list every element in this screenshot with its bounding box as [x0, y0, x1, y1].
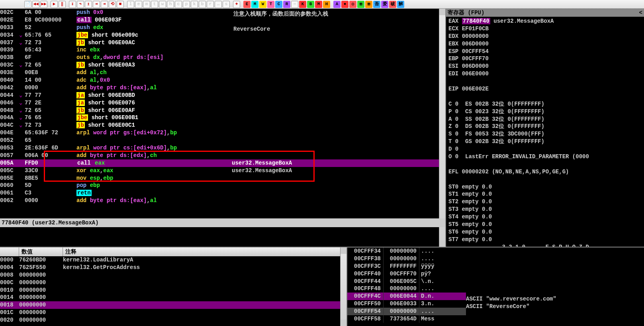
b[interactable]: b: [199, 1, 206, 8]
s[interactable]: s: [223, 1, 230, 8]
step-to-icon[interactable]: ⇥: [93, 1, 100, 8]
dump-panel[interactable]: 数值 注释 000076260BD0kernel32.LoadLibraryA0…: [0, 247, 346, 326]
wu[interactable]: 吾: [373, 1, 380, 8]
scroll-up-icon[interactable]: ▲: [341, 247, 346, 254]
r-purple[interactable]: R: [283, 1, 290, 8]
ellipsis[interactable]: ⋯: [291, 1, 298, 8]
disasm-row[interactable]: 0048⌄72 65jb short 006E00AF: [0, 107, 445, 114]
w[interactable]: w: [159, 1, 166, 8]
pause-icon[interactable]: ‖: [59, 1, 66, 8]
stack-row[interactable]: 00CFFF4800000000....: [347, 285, 466, 293]
disasm-row[interactable]: 0046⌄77 2Eja short 006E0076: [0, 99, 445, 107]
disasm-row[interactable]: 004C⌄72 73jb short 006E00C1: [0, 122, 445, 129]
file-icon[interactable]: 📄: [24, 1, 31, 8]
cpu-scrollbar[interactable]: ▲ ▼: [439, 9, 445, 247]
run-to-icon[interactable]: ⇥: [101, 1, 108, 8]
stack-row[interactable]: 00CFFF3800000000....: [347, 255, 466, 263]
dump-row[interactable]: 000C00000000: [0, 279, 346, 287]
dot-red[interactable]: ●: [341, 1, 348, 8]
stack-row[interactable]: 00CFFF3400000000....: [347, 247, 466, 255]
k-red[interactable]: K: [299, 1, 306, 8]
disasm-row[interactable]: 0060 5Dpop ebp: [0, 182, 445, 189]
disasm-row[interactable]: 003B 6Fouts dx,dword ptr ds:[esi]: [0, 54, 445, 61]
h-orange[interactable]: H: [323, 1, 330, 8]
stack-row[interactable]: 00CFFF4C006E0044D.n.: [347, 293, 466, 300]
disasm-row[interactable]: 0034⌄65:76 65jbe short 006e009c: [0, 31, 445, 39]
b-green[interactable]: B: [307, 1, 314, 8]
disasm-row[interactable]: 0042 0000add byte ptr ds:[eax],al: [0, 84, 445, 92]
disasm-row[interactable]: 0033 52push edx: [0, 24, 445, 31]
dump-row[interactable]: 001400000000: [0, 294, 346, 301]
dots[interactable]: …: [215, 1, 222, 8]
a-purple[interactable]: A: [333, 1, 341, 8]
w-yellow[interactable]: W: [259, 1, 266, 8]
restart-icon[interactable]: ⟲: [109, 1, 116, 8]
k[interactable]: k: [191, 1, 198, 8]
disasm-row[interactable]: 005A FFD0call eaxuser32.MessageBoxA: [0, 159, 445, 167]
disasm-row[interactable]: 002C 6A 00push 0x0: [0, 9, 445, 16]
disasm-row[interactable]: 005E 8BE5mov esp,ebp: [0, 175, 445, 182]
h[interactable]: h: [167, 1, 174, 8]
dump-row[interactable]: 001000000000: [0, 287, 346, 294]
stack-panel[interactable]: 00CFFF3400000000....00CFFF3800000000....…: [346, 247, 466, 326]
scroll-down-icon[interactable]: ▼: [341, 320, 346, 326]
stack-row[interactable]: 00CFFF4000CFFF70pÿ?: [347, 270, 466, 278]
disasm-row[interactable]: 0057 006A 00add byte ptr ds:[edx],ch: [0, 152, 445, 159]
m[interactable]: m: [143, 1, 150, 8]
step-out-icon[interactable]: ↥: [85, 1, 92, 8]
dump-row[interactable]: 002000000000: [0, 316, 346, 324]
stack-row[interactable]: 00CFFF3CFFFFFFFFÿÿÿÿ: [347, 263, 466, 270]
disasm-row[interactable]: 003E 00E8add al,ch: [0, 69, 445, 77]
dump-row[interactable]: 00047625F550kernel32.GetProcAddress: [0, 264, 346, 271]
forward-icon[interactable]: ▶▶: [40, 1, 47, 8]
stack-row[interactable]: 00CFFF5400000000....: [347, 308, 466, 315]
registers-body[interactable]: EAX 77840F40 user32.MessageBoxA ECX EF01…: [446, 17, 644, 252]
disasm-row[interactable]: 0037⌄72 73jb short 006E00AC: [0, 39, 445, 47]
disasm-row[interactable]: 005C 33C0xor eax,eaxuser32.MessageBoxA: [0, 167, 445, 175]
dump-row[interactable]: 001C00000000: [0, 309, 346, 316]
stack-row[interactable]: 00CFFF44006E005C\.n.: [347, 278, 466, 285]
disasm-row[interactable]: 0062 0000add byte ptr ds:[eax],al: [0, 197, 445, 204]
p[interactable]: p: [183, 1, 190, 8]
rewind-icon[interactable]: ◀◀: [32, 1, 39, 8]
play-icon[interactable]: ▶: [51, 1, 58, 8]
disasm-row[interactable]: 002E E8 0C000000call 006E003F: [0, 16, 445, 24]
l[interactable]: l: [127, 1, 134, 8]
t-pink[interactable]: T: [267, 1, 274, 8]
cal-orange[interactable]: ▦: [365, 1, 372, 8]
disasm-row[interactable]: 004A⌄76 65jbe short 006E00B1: [0, 114, 445, 122]
r[interactable]: r: [207, 1, 214, 8]
disasm-row[interactable]: 004E 65:636F 72arpl word ptr gs:[edi+0x7…: [0, 129, 445, 137]
disasm-row[interactable]: 0044⌄77 77ja short 006E00BD: [0, 92, 445, 99]
m-red[interactable]: M: [315, 1, 322, 8]
disasm-row[interactable]: 003C⌄72 65jb short 006E00A3: [0, 61, 445, 69]
e-red[interactable]: E: [243, 1, 251, 8]
t[interactable]: t: [151, 1, 158, 8]
stop-icon[interactable]: ■: [117, 1, 124, 8]
ai[interactable]: 爱: [381, 1, 388, 8]
m-cyan[interactable]: M: [251, 1, 258, 8]
jie[interactable]: 解: [397, 1, 404, 8]
stack-row[interactable]: 00CFFF587373654DMess: [347, 315, 466, 323]
disasm-row[interactable]: 0061 C3retn: [0, 189, 445, 197]
step-icon[interactable]: ↧: [69, 1, 76, 8]
target-red[interactable]: ◎: [349, 1, 356, 8]
collapse-icon[interactable]: <: [639, 9, 642, 17]
c[interactable]: c: [175, 1, 182, 8]
dump-scrollbar[interactable]: ▲ ▼: [340, 247, 346, 326]
grid-green[interactable]: ▦: [357, 1, 364, 8]
scroll-up-icon[interactable]: ▲: [439, 9, 445, 15]
disasm-row[interactable]: 0053 2E:636F 6Darpl word ptr cs:[edi+0x6…: [0, 144, 445, 152]
po[interactable]: 破: [389, 1, 396, 8]
scroll-down-icon[interactable]: ▼: [439, 240, 445, 247]
e[interactable]: e: [135, 1, 142, 8]
dump-row[interactable]: 000800000000: [0, 271, 346, 279]
go-icon[interactable]: ⌖: [233, 1, 240, 8]
disassembly-panel[interactable]: ▲ ▼ 注意入栈顺序，函数后面的参数先入栈 ReverseCore002C 6A…: [0, 9, 445, 247]
disasm-row[interactable]: 0052 65: [0, 137, 445, 144]
dump-row[interactable]: 001800000000: [0, 301, 346, 309]
stack-row[interactable]: 00CFFF50006E00333.n.: [347, 300, 466, 308]
disasm-row[interactable]: 0040 14 00adc al,0x0: [0, 77, 445, 84]
dump-row[interactable]: 000076260BD0kernel32.LoadLibraryA: [0, 256, 346, 264]
c-blue[interactable]: C: [275, 1, 282, 8]
